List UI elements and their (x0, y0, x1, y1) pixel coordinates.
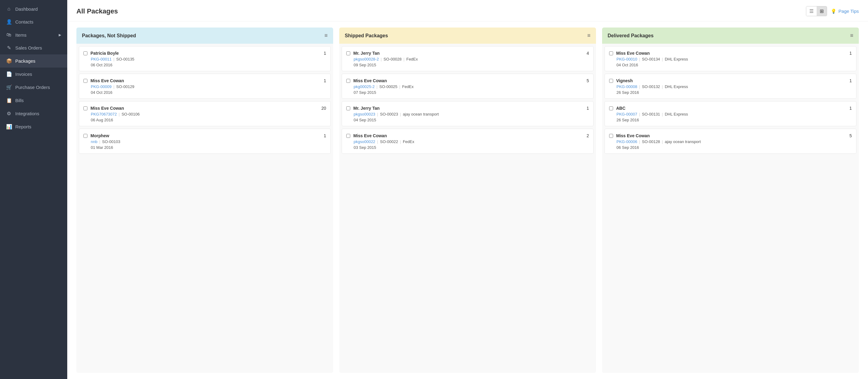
items-icon: 🛍 (6, 32, 11, 38)
reports-icon: 📊 (6, 124, 11, 130)
package-link[interactable]: PKG-00007 (617, 112, 637, 117)
customer-name: Miss Eve Cowan (616, 133, 650, 138)
package-count: 5 (849, 133, 852, 138)
package-date: 06 Oct 2016 (91, 63, 326, 67)
package-link[interactable]: pkgso00028-2 (353, 57, 379, 61)
package-checkbox[interactable] (609, 79, 613, 83)
package-checkbox[interactable] (84, 79, 87, 83)
separator: | (403, 57, 404, 61)
card-top: Miss Eve Cowan 2 (346, 133, 589, 138)
package-link[interactable]: pkg00025-2 (353, 84, 375, 89)
package-count: 20 (321, 106, 326, 110)
sales-order-ref: SO-00129 (116, 84, 134, 89)
package-checkbox[interactable] (609, 134, 613, 138)
list-view-button[interactable]: ☰ (806, 6, 817, 16)
sidebar-item-bills[interactable]: 📋 Bills (0, 94, 67, 107)
col-body-not-shipped: Patricia Boyle 1 PKG-00011 | SO-00135 06… (76, 44, 333, 373)
table-row: ABC 1 PKG-00007 | SO-00131 |DHL Express … (604, 101, 857, 126)
sidebar-item-contacts[interactable]: 👤 Contacts (0, 15, 67, 28)
sidebar-item-label: Sales Orders (15, 45, 42, 51)
package-count: 1 (324, 78, 326, 83)
package-link[interactable]: PKG-00009 (91, 84, 112, 89)
sidebar-item-reports[interactable]: 📊 Reports (0, 120, 67, 133)
table-row: Morphew 1 nnb | SO-00103 01 Mar 2016 (79, 129, 331, 154)
packages-icon: 📦 (6, 58, 11, 64)
table-row: Miss Eve Cowan 20 PKG70673072 | SO-00106… (79, 101, 331, 126)
package-link[interactable]: PKG-00008 (617, 84, 637, 89)
separator: | (380, 57, 381, 61)
card-top: ABC 1 (609, 106, 852, 110)
col-menu-icon-delivered[interactable]: ≡ (850, 32, 853, 39)
sidebar-item-label: Dashboard (15, 6, 38, 11)
package-meta: PKG-00010 | SO-00134 |DHL Express (617, 57, 852, 61)
package-checkbox[interactable] (609, 106, 613, 110)
package-checkbox[interactable] (346, 106, 350, 110)
package-count: 1 (324, 51, 326, 56)
carrier-name: ajay ocean transport (665, 139, 701, 144)
carrier-name: DHL Express (665, 112, 688, 117)
separator: | (662, 84, 663, 89)
package-link[interactable]: PKG-00006 (617, 139, 637, 144)
table-row: Miss Eve Cowan 2 pkgso00022 | SO-00022 |… (342, 129, 593, 154)
sales-order-ref: SO-00134 (642, 57, 660, 61)
package-date: 06 Aug 2016 (91, 118, 326, 122)
carrier-name: FedEx (402, 84, 414, 89)
package-link[interactable]: pkgso00022 (353, 139, 375, 144)
package-link[interactable]: PKG-00010 (617, 57, 637, 61)
package-link[interactable]: nnb (91, 139, 97, 144)
package-checkbox[interactable] (346, 134, 350, 138)
expand-arrow-icon: ▶ (59, 33, 61, 37)
separator: | (662, 139, 663, 144)
table-row: Miss Eve Cowan 1 PKG-00010 | SO-00134 |D… (604, 46, 857, 71)
package-checkbox[interactable] (346, 51, 350, 55)
sidebar-item-invoices[interactable]: 📄 Invoices (0, 68, 67, 81)
sidebar-item-packages[interactable]: 📦 Packages (0, 54, 67, 68)
sidebar-item-label: Packages (15, 58, 35, 64)
package-link[interactable]: PKG-00011 (91, 57, 112, 61)
customer-name: Mr. Jerry Tan (353, 106, 380, 110)
package-date: 04 Sep 2015 (353, 118, 589, 122)
package-date: 26 Sep 2016 (617, 118, 852, 122)
package-date: 26 Sep 2016 (617, 90, 852, 95)
card-top: Mr. Jerry Tan 1 (346, 106, 589, 110)
package-link[interactable]: PKG70673072 (91, 112, 117, 117)
package-checkbox[interactable] (609, 51, 613, 55)
carrier-name: ajay ocean transport (403, 112, 439, 117)
col-body-shipped: Mr. Jerry Tan 4 pkgso00028-2 | SO-00028 … (339, 44, 596, 373)
sidebar-item-items[interactable]: 🛍 Items ▶ (0, 28, 67, 41)
package-checkbox[interactable] (84, 51, 87, 55)
col-header-shipped: Shipped Packages ≡ (339, 28, 596, 44)
page-tips-button[interactable]: 💡 Page Tips (831, 8, 859, 14)
sales-order-ref: SO-00022 (380, 139, 398, 144)
package-count: 1 (324, 133, 326, 138)
package-checkbox[interactable] (346, 79, 350, 83)
customer-name: Miss Eve Cowan (90, 78, 124, 83)
card-top: Miss Eve Cowan 1 (609, 51, 852, 56)
col-menu-icon-not-shipped[interactable]: ≡ (324, 32, 328, 39)
sidebar-item-sales-orders[interactable]: ✎ Sales Orders (0, 41, 67, 54)
grid-view-button[interactable]: ⊞ (817, 6, 827, 16)
package-checkbox[interactable] (84, 134, 87, 138)
sidebar-item-dashboard[interactable]: ⌂ Dashboard (0, 2, 67, 15)
header-actions: ☰ ⊞ 💡 Page Tips (806, 6, 859, 16)
kanban-col-delivered: Delivered Packages ≡ Miss Eve Cowan 1 PK… (602, 28, 859, 373)
kanban-col-not-shipped: Packages, Not Shipped ≡ Patricia Boyle 1… (76, 28, 333, 373)
package-meta: PKG70673072 | SO-00106 (91, 112, 326, 117)
package-count: 1 (587, 106, 589, 110)
separator: | (639, 57, 640, 61)
separator: | (377, 112, 378, 117)
sidebar-item-label: Integrations (15, 111, 39, 116)
sidebar-item-integrations[interactable]: ⚙ Integrations (0, 107, 67, 120)
customer-name: ABC (616, 106, 625, 110)
package-checkbox[interactable] (84, 106, 87, 110)
card-top: Vignesh 1 (609, 78, 852, 83)
package-date: 06 Sep 2016 (617, 145, 852, 150)
package-date: 04 Oct 2016 (91, 90, 326, 95)
package-link[interactable]: pkgso00023 (353, 112, 375, 117)
separator: | (399, 84, 400, 89)
contacts-icon: 👤 (6, 19, 11, 25)
sidebar-item-purchase-orders[interactable]: 🛒 Purchase Orders (0, 81, 67, 94)
sales-order-ref: SO-00023 (380, 112, 398, 117)
package-meta: PKG-00007 | SO-00131 |DHL Express (617, 112, 852, 117)
col-menu-icon-shipped[interactable]: ≡ (587, 32, 590, 39)
